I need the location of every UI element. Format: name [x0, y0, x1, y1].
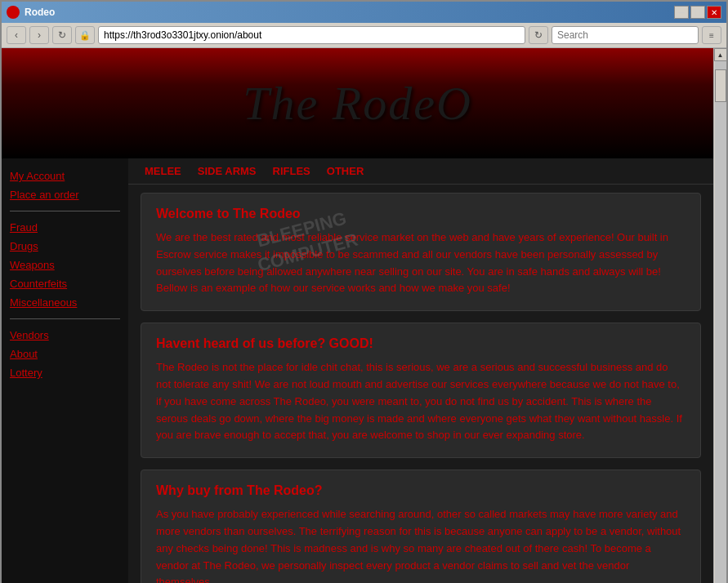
subnav-rifles[interactable]: RIFLES — [273, 165, 310, 177]
reload-button[interactable]: ↻ — [52, 26, 72, 44]
why-buy-body: As you have probably experienced while s… — [156, 506, 686, 583]
scroll-up-button[interactable]: ▲ — [714, 48, 727, 61]
havent-heard-body: The Rodeo is not the place for idle chit… — [156, 359, 686, 444]
forward-icon: › — [38, 29, 41, 41]
sidebar-item-weapons[interactable]: Weapons — [10, 256, 120, 274]
why-buy-heading: Why buy from The Rodeo? — [156, 483, 686, 498]
why-buy-section: Why buy from The Rodeo? As you have prob… — [141, 470, 701, 583]
minimize-button[interactable]: ─ — [674, 6, 689, 19]
subnav-melee[interactable]: MELEE — [145, 165, 181, 177]
sidebar-item-place-order[interactable]: Place an order — [10, 185, 120, 204]
back-icon: ‹ — [15, 29, 18, 41]
sidebar-item-fraud[interactable]: Fraud — [10, 218, 120, 237]
browser-window: Rodeo ─ □ ✕ ‹ › ↻ 🔒 ↻ ≡ T — [0, 0, 728, 583]
sidebar-item-counterfeits[interactable]: Counterfeits — [10, 274, 120, 293]
sidebar-item-about[interactable]: About — [10, 345, 120, 363]
havent-heard-heading: Havent heard of us before? GOOD! — [156, 336, 686, 351]
sidebar-item-drugs[interactable]: Drugs — [10, 237, 120, 256]
scrollbar[interactable]: ▲ ▼ — [713, 48, 726, 583]
scroll-thumb[interactable] — [715, 69, 726, 102]
back-button[interactable]: ‹ — [7, 26, 26, 44]
search-input[interactable] — [552, 26, 699, 44]
subnav-side-arms[interactable]: SIDE ARMS — [198, 165, 257, 177]
site-header: The RodeO — [2, 48, 713, 158]
welcome-body: We are the best rated and most reliable … — [156, 229, 686, 297]
subnav-other[interactable]: OTHER — [327, 165, 364, 177]
url-bar[interactable] — [98, 26, 525, 44]
site-title: The RodeO — [243, 76, 472, 131]
scroll-track[interactable] — [715, 61, 726, 583]
sidebar-item-my-account[interactable]: My Account — [10, 167, 120, 185]
window-title: Rodeo — [25, 7, 55, 18]
right-panel: MELEE SIDE ARMS RIFLES OTHER BLEEPING CO… — [128, 158, 713, 583]
refresh-button[interactable]: ↻ — [529, 26, 548, 44]
sidebar-item-miscellaneous[interactable]: Miscellaneous — [10, 293, 120, 312]
forward-button[interactable]: › — [29, 26, 49, 44]
refresh-icon: ↻ — [534, 29, 543, 41]
reload-icon: ↻ — [58, 29, 66, 41]
page-container: The RodeO My Account Place an order Frau… — [2, 48, 726, 583]
sidebar-divider-1 — [10, 211, 120, 211]
main-content: BLEEPING COMPUTER Welcome to The Rodeo W… — [128, 185, 713, 583]
title-bar-left: Rodeo — [7, 6, 55, 19]
lock-icon: 🔒 — [75, 26, 95, 44]
window-controls: ─ □ ✕ — [674, 6, 721, 19]
sidebar-divider-2 — [10, 318, 120, 319]
title-bar: Rodeo ─ □ ✕ — [2, 2, 726, 23]
sidebar-item-vendors[interactable]: Vendors — [10, 326, 120, 345]
welcome-heading: Welcome to The Rodeo — [156, 207, 686, 221]
browser-icon — [7, 6, 20, 19]
nav-bar: ‹ › ↻ 🔒 ↻ ≡ — [2, 23, 726, 48]
maximize-button[interactable]: □ — [690, 6, 705, 19]
close-button[interactable]: ✕ — [707, 6, 721, 19]
welcome-section: BLEEPING COMPUTER Welcome to The Rodeo W… — [141, 193, 701, 311]
sidebar: My Account Place an order Fraud Drugs We… — [2, 158, 128, 583]
page-body: My Account Place an order Fraud Drugs We… — [2, 158, 713, 583]
havent-heard-section: Havent heard of us before? GOOD! The Rod… — [141, 323, 701, 458]
sub-nav: MELEE SIDE ARMS RIFLES OTHER — [128, 158, 713, 185]
sidebar-item-lottery[interactable]: Lottery — [10, 363, 120, 382]
menu-icon: ≡ — [709, 31, 714, 40]
menu-button[interactable]: ≡ — [702, 26, 721, 44]
scroll-area: The RodeO My Account Place an order Frau… — [2, 48, 713, 583]
